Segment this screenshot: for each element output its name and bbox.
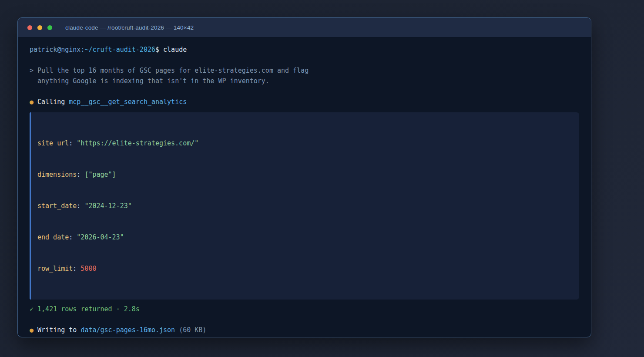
blank-line [30,55,579,65]
live-posts-note: (133 live posts) [214,337,281,337]
param-key: row_limit [37,265,73,273]
param-value: ["page"] [84,171,116,178]
param-separator: : [73,265,80,273]
tool-function-name: mcp__gsc__get_search_analytics [69,98,187,106]
prompt-user-host: patrick@nginx: [30,46,84,54]
bullet-icon: ● [30,326,34,334]
shell-command: claude [159,46,187,54]
param-value: "2024-12-23" [84,202,131,210]
param-row-site-url: site_url: "https://elite-strategies.com/… [37,138,579,148]
close-button[interactable] [27,25,32,30]
minimize-button[interactable] [37,25,42,30]
user-request-line-1: > Pull the top 16 months of GSC pages fo… [30,65,579,76]
rows-returned-status: ✓ 1,421 rows returned · 2.8s [30,304,579,314]
zoom-button[interactable] [47,25,52,30]
inventory-file-name: data/wp-inventory.json [128,337,215,337]
param-key: end_date [37,233,69,241]
param-row-end-date: end_date: "2026-04-23" [37,232,579,242]
param-row-start-date: start_date: "2024-12-23" [37,201,579,211]
output-file-name: data/gsc-pages-16mo.json [80,326,175,334]
param-value: "2026-04-23" [77,233,124,241]
bullet-icon: ● [30,337,34,337]
shell-prompt-line: patrick@nginx:~/cruft-audit-2026$ claude [30,44,579,55]
param-key: dimensions [37,171,77,178]
terminal-output[interactable]: patrick@nginx:~/cruft-audit-2026$ claude… [18,37,591,337]
prompt-dollar: $ [155,46,159,54]
titlebar[interactable]: claude-code — /root/cruft-audit-2026 — 1… [18,18,591,37]
param-value: 5000 [80,265,96,273]
param-separator: : [69,139,77,147]
param-separator: : [69,233,77,241]
param-separator: : [77,202,84,210]
param-row-dimensions: dimensions: ["page"] [37,169,579,180]
tool-call-line: ● Calling mcp__gsc__get_search_analytics [30,97,579,107]
tool-params-block: site_url: "https://elite-strategies.com/… [30,112,579,300]
param-row-row-limit: row_limit: 5000 [37,263,579,274]
param-separator: : [77,171,84,178]
blank-line [30,314,579,325]
param-key: site_url [37,139,69,147]
param-value: "https://elite-strategies.com/" [77,139,198,147]
file-size-note: (60 KB) [175,326,206,334]
terminal-window: claude-code — /root/cruft-audit-2026 — 1… [17,17,591,337]
param-key: start_date [37,202,77,210]
user-request-line-2: anything Google is indexing that isn't i… [30,76,579,86]
bullet-icon: ● [30,98,34,106]
blank-line [30,86,579,97]
writing-status-line: ● Writing to data/gsc-pages-16mo.json (6… [30,325,579,335]
writing-label: Writing to [34,326,80,334]
traffic-lights [27,25,52,30]
crossref-status-line: ● Cross-referencing with data/wp-invento… [30,335,579,337]
window-title: claude-code — /root/cruft-audit-2026 — 1… [65,24,591,31]
tool-call-label: Calling [34,98,69,106]
crossref-label: Cross-referencing with [34,337,128,337]
prompt-path: ~/cruft-audit-2026 [84,46,155,54]
